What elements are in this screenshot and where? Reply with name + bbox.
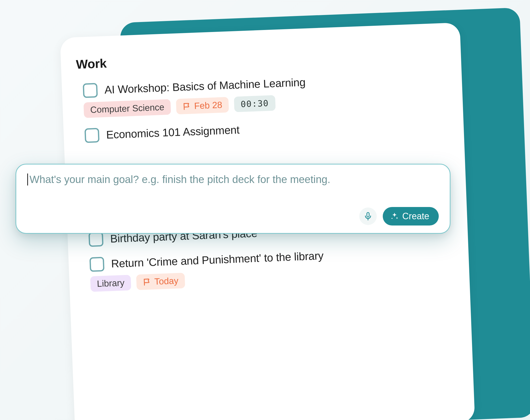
tag-chip[interactable]: Computer Science	[84, 99, 171, 118]
svg-rect-0	[367, 212, 369, 217]
task-title[interactable]: Return 'Crime and Punishment' to the lib…	[111, 250, 324, 270]
flag-icon	[143, 278, 152, 286]
sparkle-icon	[390, 212, 399, 220]
tag-chip[interactable]: Library	[90, 275, 131, 292]
goal-input-card: What's your main goal? e.g. finish the p…	[16, 164, 450, 234]
create-label: Create	[402, 211, 429, 222]
create-button[interactable]: Create	[383, 207, 439, 226]
flag-chip[interactable]: Today	[136, 273, 185, 290]
task-title[interactable]: AI Workshop: Basics of Machine Learning	[104, 76, 306, 96]
svg-point-2	[392, 218, 392, 219]
task-checkbox[interactable]	[90, 257, 104, 272]
flag-date: Feb 28	[194, 100, 222, 110]
mic-button[interactable]	[359, 208, 377, 225]
task-checkbox[interactable]	[88, 232, 104, 247]
microphone-icon	[364, 212, 372, 221]
goal-placeholder: What's your main goal? e.g. finish the p…	[30, 174, 330, 186]
task-checkbox[interactable]	[83, 83, 98, 98]
flag-icon	[182, 102, 191, 110]
time-chip[interactable]: 00:30	[234, 95, 276, 112]
task-item: Economics 101 Assignment	[84, 114, 449, 143]
flag-date: Today	[154, 276, 178, 286]
task-title[interactable]: Economics 101 Assignment	[106, 124, 240, 141]
task-item: AI Workshop: Basics of Machine Learning …	[83, 70, 448, 118]
text-cursor	[27, 174, 28, 186]
section-title-work: Work	[76, 43, 446, 72]
task-checkbox[interactable]	[84, 128, 100, 143]
flag-chip[interactable]: Feb 28	[176, 97, 229, 114]
task-item: Return 'Crime and Punishment' to the lib…	[90, 244, 454, 292]
goal-input[interactable]: What's your main goal? e.g. finish the p…	[27, 174, 439, 186]
